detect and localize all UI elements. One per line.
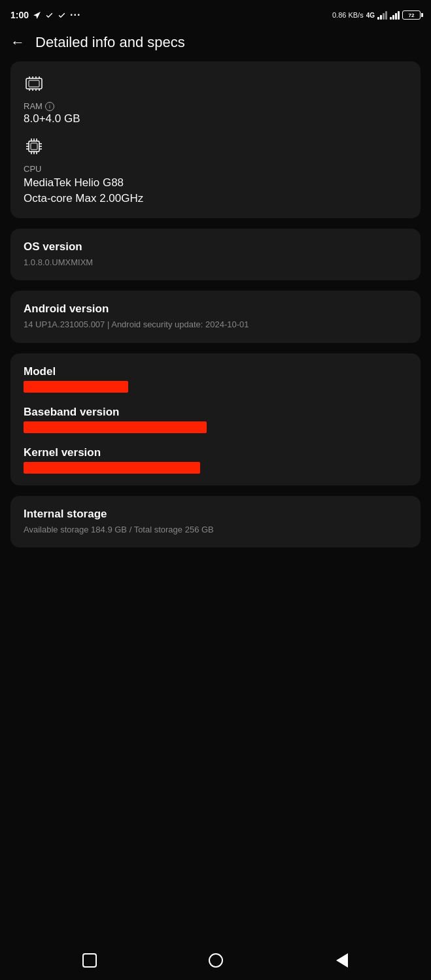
network-speed: 0.86 KB/s xyxy=(332,11,364,19)
network-type: 4G xyxy=(366,12,375,19)
os-version-card: OS version 1.0.8.0.UMXMIXM xyxy=(10,229,421,281)
kernel-redacted xyxy=(24,462,200,474)
recent-apps-icon xyxy=(82,953,97,968)
cpu-icon xyxy=(24,136,407,161)
baseband-redacted xyxy=(24,421,207,433)
battery-indicator: 72 xyxy=(402,10,421,20)
check-icon-1 xyxy=(45,11,54,20)
check-icon-2 xyxy=(58,11,66,20)
android-version-value: 14 UP1A.231005.007 | Android security up… xyxy=(24,318,407,331)
storage-card: Internal storage Available storage 184.9… xyxy=(10,496,421,548)
ram-chip-icon xyxy=(24,73,44,94)
svg-rect-11 xyxy=(31,143,37,150)
model-label: Model xyxy=(24,365,407,378)
cpu-label: CPU xyxy=(24,164,407,174)
home-icon xyxy=(209,953,223,968)
status-right: 0.86 KB/s 4G 72 xyxy=(332,10,421,20)
navigation-icon xyxy=(33,11,41,20)
cpu-chip-icon xyxy=(24,136,44,157)
model-redacted xyxy=(24,381,128,393)
hardware-card: RAM i 8.0+4.0 GB xyxy=(10,61,421,218)
status-left: 1:00 ··· xyxy=(10,9,80,21)
page-header: ← Detailed info and specs xyxy=(0,27,431,61)
model-section: Model xyxy=(24,365,407,393)
ram-label: RAM i xyxy=(24,101,407,111)
ram-value: 8.0+4.0 GB xyxy=(24,112,407,125)
svg-rect-9 xyxy=(29,80,39,87)
android-version-card: Android version 14 UP1A.231005.007 | And… xyxy=(10,291,421,343)
back-icon xyxy=(336,953,348,968)
home-button[interactable] xyxy=(203,947,229,973)
storage-value: Available storage 184.9 GB / Total stora… xyxy=(24,523,407,536)
overflow-menu-icon: ··· xyxy=(70,9,80,21)
cpu-section: CPU MediaTek Helio G88 Octa-core Max 2.0… xyxy=(24,136,407,206)
baseband-section: Baseband version xyxy=(24,406,407,433)
back-nav-button[interactable] xyxy=(329,947,355,973)
back-button[interactable]: ← xyxy=(10,34,25,51)
svg-rect-10 xyxy=(29,141,39,152)
status-bar: 1:00 ··· 0.86 KB/s 4G xyxy=(0,0,431,27)
android-version-label: Android version xyxy=(24,302,407,316)
kernel-label: Kernel version xyxy=(24,446,407,459)
model-card: Model Baseband version Kernel version xyxy=(10,353,421,485)
cpu-value: MediaTek Helio G88 Octa-core Max 2.00GHz xyxy=(24,175,407,206)
status-time: 1:00 xyxy=(10,10,29,20)
kernel-section: Kernel version xyxy=(24,446,407,474)
signal-bars-2 xyxy=(390,10,400,20)
os-version-label: OS version xyxy=(24,240,407,253)
ram-info-icon[interactable]: i xyxy=(45,102,54,111)
recent-apps-button[interactable] xyxy=(77,947,103,973)
storage-label: Internal storage xyxy=(24,508,407,521)
os-version-value: 1.0.8.0.UMXMIXM xyxy=(24,256,407,269)
bottom-navigation xyxy=(0,941,431,980)
ram-section: RAM i 8.0+4.0 GB xyxy=(24,73,407,125)
ram-icon xyxy=(24,73,407,99)
page-title: Detailed info and specs xyxy=(35,34,185,51)
signal-bars-1 xyxy=(377,10,387,20)
baseband-label: Baseband version xyxy=(24,406,407,419)
